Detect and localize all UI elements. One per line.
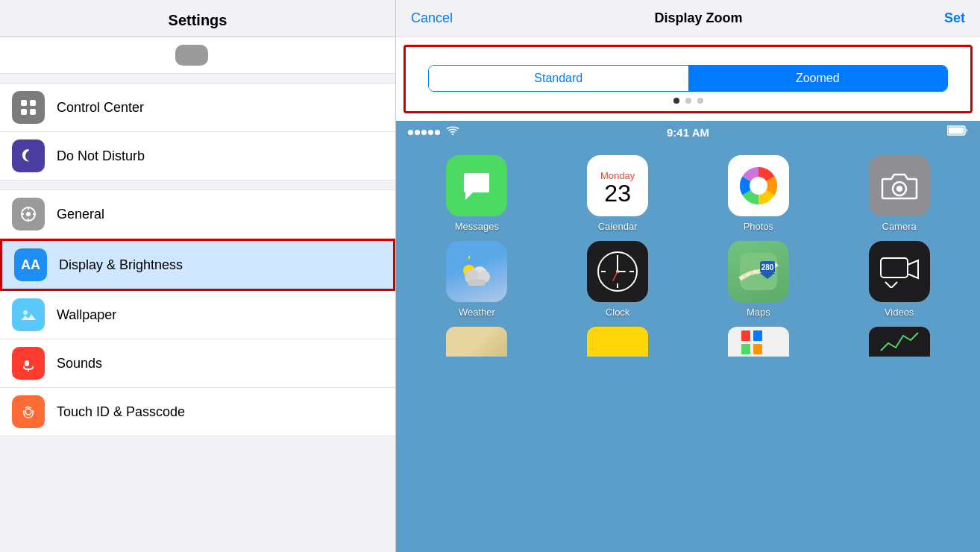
- messages-icon: [446, 155, 507, 216]
- photos-icon: [728, 155, 789, 216]
- svg-text:280: 280: [761, 263, 774, 272]
- dnd-icon: [12, 139, 45, 172]
- sidebar-item-display-brightness[interactable]: AA Display & Brightness: [0, 239, 395, 291]
- signal-dot-4: [428, 130, 433, 135]
- svg-point-10: [23, 310, 28, 315]
- cancel-button[interactable]: Cancel: [411, 10, 453, 26]
- svg-line-40: [891, 282, 897, 288]
- sounds-icon: [12, 347, 45, 380]
- app-photos[interactable]: Photos: [693, 155, 825, 232]
- sidebar-item-control-center[interactable]: Control Center: [0, 83, 395, 132]
- app-messages[interactable]: Messages: [411, 155, 543, 232]
- dot-1: [673, 98, 679, 104]
- app-camera[interactable]: Camera: [833, 155, 965, 232]
- tab-zoomed[interactable]: Zoomed: [688, 66, 948, 91]
- sidebar-item-touchid[interactable]: Touch ID & Passcode: [0, 388, 395, 436]
- control-center-icon: [12, 91, 45, 124]
- wallpaper-icon: [12, 298, 45, 331]
- app-partial-2[interactable]: [552, 327, 684, 357]
- signal-dot-1: [408, 130, 413, 135]
- signal-dot-2: [415, 130, 420, 135]
- photos-label: Photos: [744, 221, 773, 232]
- status-time: 9:41 AM: [667, 126, 709, 139]
- app-partial-4[interactable]: [833, 327, 965, 357]
- wallpaper-label: Wallpaper: [57, 307, 116, 323]
- display-icon: AA: [14, 248, 47, 281]
- svg-rect-11: [25, 360, 29, 366]
- maps-label: Maps: [747, 307, 770, 318]
- display-zoom-panel: Cancel Display Zoom Set Standard Zoomed: [395, 0, 980, 552]
- signal-dot-5: [435, 130, 440, 135]
- svg-rect-42: [741, 344, 750, 354]
- touchid-label: Touch ID & Passcode: [57, 404, 185, 420]
- calendar-icon: Monday 23: [587, 155, 648, 216]
- app-maps[interactable]: 280 Maps: [693, 241, 825, 318]
- status-bar: 9:41 AM: [396, 121, 980, 143]
- svg-rect-43: [753, 330, 762, 341]
- partial-icon-1: [446, 327, 507, 357]
- dot-3: [697, 98, 703, 104]
- settings-list: Control Center Do Not Disturb: [0, 37, 395, 552]
- sidebar-item-sounds[interactable]: Sounds: [0, 339, 395, 388]
- svg-rect-2: [21, 109, 27, 115]
- settings-header: Settings: [0, 0, 395, 37]
- display-zoom-title: Display Zoom: [654, 10, 742, 26]
- status-left: [408, 126, 459, 139]
- settings-title: Settings: [0, 12, 395, 29]
- signal-dots: [408, 130, 440, 135]
- app-partial-3[interactable]: [693, 327, 825, 357]
- camera-label: Camera: [882, 221, 917, 232]
- wifi-icon: [446, 126, 459, 139]
- clock-label: Clock: [606, 307, 630, 318]
- svg-point-19: [896, 186, 902, 192]
- app-clock[interactable]: Clock: [552, 241, 684, 318]
- general-label: General: [57, 207, 104, 222]
- tab-standard[interactable]: Standard: [429, 66, 688, 91]
- touchid-icon: [12, 395, 45, 428]
- iphone-preview: 9:41 AM Messages: [396, 121, 980, 552]
- svg-rect-15: [949, 128, 964, 134]
- svg-rect-0: [21, 100, 27, 106]
- set-button[interactable]: Set: [944, 10, 965, 26]
- app-partial-1[interactable]: [411, 327, 543, 357]
- svg-rect-44: [753, 344, 762, 354]
- svg-rect-3: [30, 109, 36, 115]
- weather-label: Weather: [459, 307, 495, 318]
- calendar-label: Calendar: [598, 221, 638, 232]
- display-label: Display & Brightness: [59, 257, 183, 273]
- svg-rect-38: [881, 258, 908, 277]
- zoom-tabs: Standard Zoomed: [428, 65, 948, 92]
- svg-point-17: [750, 177, 767, 195]
- calendar-day-label: 23: [604, 181, 631, 205]
- list-item-top-partial[interactable]: [0, 37, 395, 74]
- partial-icon-2: [587, 327, 648, 357]
- signal-dot-3: [421, 130, 427, 135]
- app-weather[interactable]: Weather: [411, 241, 543, 318]
- svg-rect-1: [30, 100, 36, 106]
- zoom-dots: [413, 92, 963, 111]
- dot-2: [685, 98, 691, 104]
- app-videos[interactable]: Videos: [833, 241, 965, 318]
- svg-line-39: [885, 282, 891, 288]
- svg-rect-24: [468, 280, 486, 286]
- maps-icon: 280: [728, 241, 789, 302]
- general-icon: [12, 198, 45, 230]
- svg-point-5: [26, 212, 31, 216]
- clock-icon: [587, 241, 648, 302]
- partial-icon-4: [869, 327, 930, 357]
- dnd-label: Do Not Disturb: [57, 148, 145, 164]
- partial-icon-3: [728, 327, 789, 357]
- sidebar-item-do-not-disturb[interactable]: Do Not Disturb: [0, 132, 395, 181]
- control-center-label: Control Center: [57, 100, 144, 116]
- videos-icon: [869, 241, 930, 302]
- sidebar-item-general[interactable]: General: [0, 189, 395, 239]
- app-calendar[interactable]: Monday 23 Calendar: [552, 155, 684, 232]
- zoom-tabs-highlight: Standard Zoomed: [403, 45, 973, 113]
- sidebar-item-wallpaper[interactable]: Wallpaper: [0, 291, 395, 339]
- sounds-label: Sounds: [57, 356, 102, 371]
- display-zoom-header: Cancel Display Zoom Set: [396, 0, 980, 37]
- app-grid: Messages Monday 23 Calendar: [396, 143, 980, 368]
- settings-panel: Settings Control Center: [0, 0, 395, 552]
- weather-icon: [446, 241, 507, 302]
- videos-label: Videos: [885, 307, 914, 318]
